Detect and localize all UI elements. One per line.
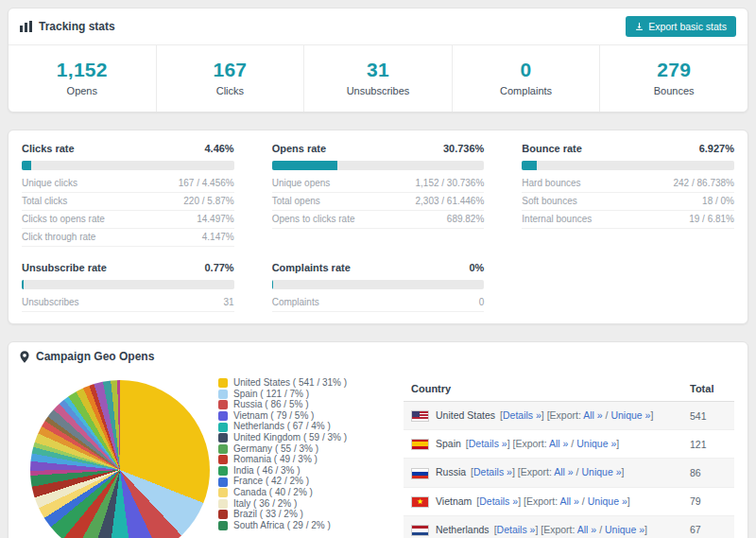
rate-value: 6.927% [699,143,734,154]
legend-swatch-icon [218,510,228,519]
details-link[interactable]: Details » [469,438,507,449]
legend-item: South Africa ( 29 / 2% ) [218,521,392,531]
rate-value: 0.77% [204,262,233,273]
legend-swatch-icon [218,390,228,399]
flag-nl-icon [411,525,429,536]
stat-clicks: 167 Clicks [157,45,305,112]
stat-label: Opens [9,85,156,96]
export-all-link[interactable]: All » [560,495,579,507]
legend-swatch-icon [218,466,228,476]
flag-vn-icon [411,496,429,508]
legend-item: India ( 46 / 3% ) [218,466,392,477]
stat-unsubscribes: 31 Unsubscribes [304,45,453,112]
table-row: Russia[Details »] [Export: All » / Uniqu… [404,459,734,487]
campaign-geo-opens-card: Campaign Geo Opens United States ( 541 /… [8,341,748,538]
country-name: United States [436,409,495,421]
opens-rate-progress [272,161,485,170]
legend-swatch-icon [218,433,228,443]
details-link[interactable]: Details » [479,495,518,507]
export-basic-stats-button[interactable]: Export basic stats [626,16,736,37]
stat-row-label: Unsubscribes [22,297,79,307]
flag-es-icon [411,439,429,450]
stat-row-label: Complaints [272,297,319,307]
clicks-rate-progress [22,161,234,170]
flag-ru-icon [411,468,429,479]
stat-row: Complaints0 [272,294,485,312]
export-all-link[interactable]: All » [554,466,573,477]
stat-row-label: Click through rate [22,232,95,242]
stat-row-label: Opens to clicks rate [272,214,355,224]
rate-title: Unsubscribe rate [22,262,107,273]
geo-title-wrap: Campaign Geo Opens [20,350,154,363]
export-unique-link[interactable]: Unique » [610,409,650,421]
country-links: [Details »] [Export: All » / Unique »] [466,438,619,449]
legend-swatch-icon [218,499,228,509]
legend-item: Canada ( 40 / 2% ) [218,488,392,498]
export-unique-link[interactable]: Unique » [576,438,616,449]
table-row: Netherlands[Details »] [Export: All » / … [404,515,734,538]
legend-label: Canada ( 40 / 2% ) [233,488,313,498]
legend-swatch-icon [218,521,228,530]
country-name: Spain [436,438,461,449]
stat-row-label: Internal bounces [522,214,592,224]
tracking-stats-title: Tracking stats [20,20,115,33]
stat-row-label: Unique clicks [22,178,77,188]
export-all-link[interactable]: All » [549,438,568,449]
stat-row: Internal bounces19 / 6.81% [522,211,734,229]
stat-row-value: 18 / 0% [702,196,734,206]
legend-label: United States ( 541 / 31% ) [233,378,347,389]
legend-swatch-icon [218,378,228,388]
export-icon [635,22,644,31]
stat-row: Click through rate4.147% [22,229,234,247]
stat-row-value: 14.497% [197,214,233,224]
legend-swatch-icon [218,423,228,432]
legend-item: Spain ( 121 / 7% ) [218,390,392,400]
rate-value: 30.736% [443,143,484,154]
geo-pie-chart [30,380,210,538]
country-total: 67 [682,515,734,538]
rate-title: Bounce rate [522,143,582,154]
stat-row: Unsubscribes31 [22,294,234,312]
legend-item: France ( 42 / 2% ) [218,477,392,487]
pie-legend: United States ( 541 / 31% )Spain ( 121 /… [218,378,398,531]
country-total: 86 [682,459,734,487]
country-links: [Details »] [Export: All » / Unique »] [476,495,629,507]
stat-row-value: 689.82% [447,214,484,224]
legend-label: Romania ( 49 / 3% ) [233,455,318,465]
tracking-stats-card: Tracking stats Export basic stats 1,152 … [8,8,748,113]
pie-wrap [22,376,218,538]
table-row: Vietnam[Details »] [Export: All » / Uniq… [404,487,734,515]
details-link[interactable]: Details » [473,466,512,477]
stat-row-label: Clicks to opens rate [22,214,105,224]
export-all-link[interactable]: All » [583,409,602,421]
stat-complaints: 0 Complaints [453,45,601,112]
stat-value: 279 [600,59,747,81]
country-total: 541 [682,402,734,430]
details-link[interactable]: Details » [497,524,536,535]
stat-bounces: 279 Bounces [600,45,747,112]
details-link[interactable]: Details » [503,409,541,421]
country-links: [Details »] [Export: All » / Unique »] [471,466,624,477]
stat-row-value: 1,152 / 30.736% [415,178,484,188]
unsubscribe-rate-section: Unsubscribe rate 0.77% Unsubscribes31 [22,262,234,312]
stat-row-value: 220 / 5.87% [183,196,233,206]
summary-stats-row: 1,152 Opens 167 Clicks 31 Unsubscribes 0… [9,44,747,112]
legend-label: South Africa ( 29 / 2% ) [233,521,331,531]
legend-swatch-icon [218,400,228,409]
geo-table: Country Total United States[Details »] [… [404,376,734,538]
legend-label: Spain ( 121 / 7% ) [233,390,309,400]
export-unique-link[interactable]: Unique » [588,495,627,507]
stat-row-value: 31 [224,297,234,307]
stat-row: Unique opens1,152 / 30.736% [272,175,485,193]
stat-row-label: Hard bounces [522,178,580,188]
legend-swatch-icon [218,444,228,454]
export-all-link[interactable]: All » [577,524,596,535]
legend-label: United Kingdom ( 59 / 3% ) [233,433,347,443]
total-column-header: Total [682,376,734,402]
export-unique-link[interactable]: Unique » [605,524,644,535]
map-pin-icon [20,351,29,363]
stat-row-value: 167 / 4.456% [179,178,234,188]
legend-label: Vietnam ( 79 / 5% ) [233,411,314,422]
legend-item: United States ( 541 / 31% ) [218,378,392,389]
export-unique-link[interactable]: Unique » [581,466,621,477]
